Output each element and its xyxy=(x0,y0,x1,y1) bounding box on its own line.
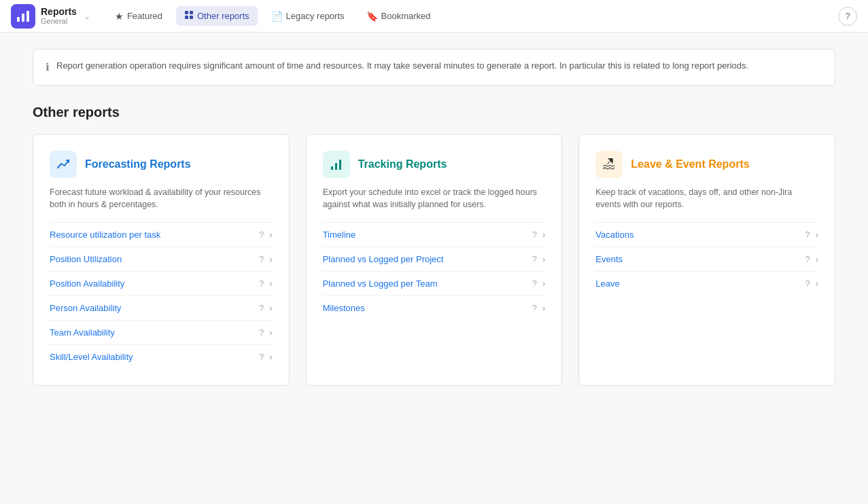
forecasting-card-icon xyxy=(50,151,77,178)
help-button[interactable]: ? xyxy=(838,7,857,26)
featured-icon: ★ xyxy=(115,11,124,22)
list-item[interactable]: Position Availability ? › xyxy=(50,271,273,295)
leave-event-card-header: 🏖 Leave & Event Reports xyxy=(595,151,818,178)
item-label: Person Availability xyxy=(50,303,256,313)
tracking-card-icon xyxy=(323,151,350,178)
chevron-right-icon: › xyxy=(269,303,272,313)
chevron-right-icon: › xyxy=(542,254,545,264)
help-icon[interactable]: ? xyxy=(259,278,264,289)
tracking-card-header: Tracking Reports xyxy=(323,151,546,178)
other-reports-icon xyxy=(184,10,194,22)
info-banner-message: Report generation operation requires sig… xyxy=(56,59,748,73)
help-icon[interactable]: ? xyxy=(259,254,264,264)
chevron-right-icon: › xyxy=(542,278,545,289)
leave-event-emoji-icon: 🏖 xyxy=(602,156,616,172)
svg-rect-1 xyxy=(22,14,24,22)
brand-title: Reports xyxy=(41,6,77,18)
navbar: Reports General ⌄ ★ Featured Other repor… xyxy=(0,0,868,33)
tab-other-reports-label: Other reports xyxy=(197,11,249,21)
list-item[interactable]: Skill/Level Availability ? › xyxy=(50,344,273,369)
svg-rect-0 xyxy=(17,17,20,22)
navbar-right: ? xyxy=(838,7,857,26)
item-label: Resource utilization per task xyxy=(50,230,256,240)
svg-rect-3 xyxy=(185,11,188,14)
svg-rect-6 xyxy=(190,16,193,19)
item-label: Milestones xyxy=(323,303,529,313)
tab-featured[interactable]: ★ Featured xyxy=(107,7,171,26)
item-label: Position Utilization xyxy=(50,254,256,264)
legacy-reports-icon: 📄 xyxy=(271,11,283,22)
list-item[interactable]: Events ? › xyxy=(595,247,818,271)
svg-rect-9 xyxy=(339,160,341,170)
page-title: Other reports xyxy=(33,105,835,120)
help-icon[interactable]: ? xyxy=(532,230,537,240)
svg-rect-7 xyxy=(331,166,333,170)
tracking-card: Tracking Reports Export your schedule in… xyxy=(306,134,563,386)
list-item[interactable]: Position Utilization ? › xyxy=(50,247,273,271)
chevron-right-icon: › xyxy=(816,254,818,264)
item-label: Timeline xyxy=(323,230,529,240)
leave-event-card-title: Leave & Event Reports xyxy=(631,158,749,170)
info-icon: ℹ xyxy=(46,60,50,75)
list-item[interactable]: Vacations ? › xyxy=(595,222,818,247)
tab-featured-label: Featured xyxy=(127,11,162,21)
svg-rect-4 xyxy=(190,11,193,14)
brand-logo-icon xyxy=(16,9,31,24)
help-icon[interactable]: ? xyxy=(805,254,810,264)
chevron-right-icon: › xyxy=(542,230,545,240)
chevron-right-icon: › xyxy=(816,230,818,240)
list-item[interactable]: Planned vs Logged per Team ? › xyxy=(323,271,546,295)
help-icon[interactable]: ? xyxy=(805,230,810,240)
forecasting-card-header: Forecasting Reports xyxy=(50,151,273,178)
help-icon[interactable]: ? xyxy=(259,327,264,338)
svg-rect-8 xyxy=(335,163,337,170)
help-icon[interactable]: ? xyxy=(259,303,264,313)
forecasting-card-description: Forecast future workload & availability … xyxy=(50,186,273,212)
list-item[interactable]: Resource utilization per task ? › xyxy=(50,222,273,247)
tracking-card-title: Tracking Reports xyxy=(358,158,447,170)
tab-bookmarked-label: Bookmarked xyxy=(381,11,431,21)
help-icon[interactable]: ? xyxy=(532,303,537,313)
item-label: Position Availability xyxy=(50,278,256,289)
bookmarked-icon: 🔖 xyxy=(366,11,378,22)
brand: Reports General ⌄ xyxy=(11,4,90,29)
tracking-card-description: Export your schedule into excel or track… xyxy=(323,186,546,212)
list-item[interactable]: Person Availability ? › xyxy=(50,295,273,320)
item-label: Planned vs Logged per Team xyxy=(323,278,529,289)
tab-legacy-reports[interactable]: 📄 Legacy reports xyxy=(263,7,353,26)
leave-event-card-description: Keep track of vacations, days off, and o… xyxy=(595,186,818,212)
item-label: Planned vs Logged per Project xyxy=(323,254,529,264)
chevron-right-icon: › xyxy=(269,230,272,240)
brand-chevron-icon[interactable]: ⌄ xyxy=(84,12,90,21)
svg-rect-2 xyxy=(27,11,29,22)
item-label: Skill/Level Availability xyxy=(50,352,256,362)
chevron-right-icon: › xyxy=(269,278,272,289)
brand-logo xyxy=(11,4,35,29)
help-icon[interactable]: ? xyxy=(259,352,264,362)
forecasting-card: Forecasting Reports Forecast future work… xyxy=(33,134,290,386)
info-banner: ℹ Report generation operation requires s… xyxy=(33,49,835,86)
item-label: Team Availability xyxy=(50,327,256,338)
list-item[interactable]: Milestones ? › xyxy=(323,295,546,320)
leave-event-card-icon: 🏖 xyxy=(595,151,623,178)
forecasting-card-title: Forecasting Reports xyxy=(85,158,191,170)
chevron-right-icon: › xyxy=(542,303,545,313)
chevron-right-icon: › xyxy=(269,352,272,362)
help-icon[interactable]: ? xyxy=(805,278,810,289)
list-item[interactable]: Team Availability ? › xyxy=(50,320,273,344)
item-label: Events xyxy=(595,254,801,264)
tab-legacy-reports-label: Legacy reports xyxy=(286,11,345,21)
tab-bookmarked[interactable]: 🔖 Bookmarked xyxy=(358,7,439,26)
brand-text: Reports General xyxy=(41,6,77,26)
tab-other-reports[interactable]: Other reports xyxy=(176,6,258,26)
chevron-right-icon: › xyxy=(269,327,272,338)
help-icon[interactable]: ? xyxy=(532,254,537,264)
svg-rect-5 xyxy=(185,16,188,19)
list-item[interactable]: Leave ? › xyxy=(595,271,818,295)
list-item[interactable]: Planned vs Logged per Project ? › xyxy=(323,247,546,271)
chevron-right-icon: › xyxy=(269,254,272,264)
leave-event-card: 🏖 Leave & Event Reports Keep track of va… xyxy=(578,134,835,386)
list-item[interactable]: Timeline ? › xyxy=(323,222,546,247)
help-icon[interactable]: ? xyxy=(259,230,264,240)
help-icon[interactable]: ? xyxy=(532,278,537,289)
